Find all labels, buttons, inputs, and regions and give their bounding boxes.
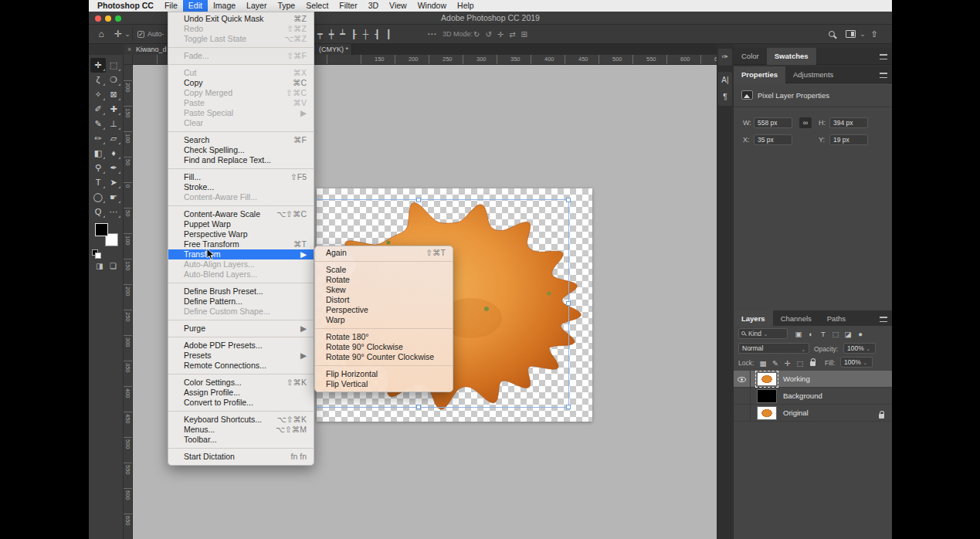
- menubar-item-filter[interactable]: Filter: [334, 0, 362, 12]
- align-left-edges-icon[interactable]: ┠: [351, 29, 363, 39]
- menubar-item-photoshop-cc[interactable]: Photoshop CC: [92, 0, 159, 12]
- panel-menu-icon[interactable]: [880, 73, 887, 78]
- transform-submenu-item-flip-horizontal[interactable]: Flip Horizontal: [315, 369, 453, 379]
- edit-menu-item-free-transform[interactable]: Free Transform⌘T: [168, 239, 314, 249]
- edit-menu-item-copy[interactable]: Copy⌘C: [168, 78, 314, 88]
- menubar-item-edit[interactable]: Edit: [183, 0, 208, 12]
- edit-menu-item-puppet-warp[interactable]: Puppet Warp: [168, 219, 314, 229]
- transform-handle-bottom-right[interactable]: [566, 405, 571, 409]
- filter-adjustment-layers-icon[interactable]: ◐: [805, 327, 817, 342]
- edit-menu-item-purge[interactable]: Purge▶: [168, 324, 314, 334]
- path-selection-tool[interactable]: ➤: [106, 175, 121, 190]
- panel-menu-icon[interactable]: [880, 317, 887, 322]
- quick-mask-icon[interactable]: ◨: [96, 262, 103, 270]
- align-top-edges-icon[interactable]: ┯: [317, 29, 329, 39]
- edit-menu-item-color-settings[interactable]: Color Settings...⇧⌘K: [168, 378, 314, 388]
- shape-tool[interactable]: ◯: [90, 190, 106, 205]
- history-brush-tool[interactable]: ✏: [90, 131, 106, 146]
- hand-tool[interactable]: ☛: [106, 190, 121, 205]
- auto-select-checkbox[interactable]: ✓: [137, 31, 144, 38]
- magic-wand-tool[interactable]: ✧: [90, 87, 106, 102]
- home-icon[interactable]: ⌂: [95, 25, 107, 44]
- edit-menu-item-redo[interactable]: Redo⇧⌘Z: [168, 24, 314, 34]
- menubar-item-3d[interactable]: 3D: [363, 0, 384, 12]
- search-icon[interactable]: [829, 31, 835, 37]
- edit-menu-item-define-brush-preset[interactable]: Define Brush Preset...: [168, 286, 314, 297]
- panel-tab-paths[interactable]: Paths: [819, 310, 853, 327]
- edit-menu-item-transform[interactable]: Transform▶: [168, 249, 314, 259]
- default-colors-icon[interactable]: [92, 249, 98, 256]
- edit-menu-item-convert-to-profile[interactable]: Convert to Profile...: [168, 398, 314, 408]
- edit-menu-item-perspective-warp[interactable]: Perspective Warp: [168, 229, 314, 239]
- filter-smart-objects-icon[interactable]: ◪: [842, 327, 854, 342]
- transform-handle-top-right[interactable]: [566, 198, 571, 202]
- edit-menu-item-find-and-replace-text[interactable]: Find and Replace Text...: [168, 155, 314, 165]
- panel-menu-icon[interactable]: [880, 54, 887, 59]
- edit-menu-item-adobe-pdf-presets[interactable]: Adobe PDF Presets...: [168, 341, 314, 351]
- opacity-dropdown[interactable]: 100% ⌄: [843, 343, 876, 354]
- workspace-switcher-icon[interactable]: [846, 30, 856, 38]
- type-tool[interactable]: T: [90, 175, 106, 190]
- panel-tab-adjustments[interactable]: Adjustments: [785, 66, 841, 83]
- edit-menu-item-paste-special[interactable]: Paste Special▶: [168, 108, 314, 118]
- transform-submenu-item-perspective[interactable]: Perspective: [315, 305, 453, 315]
- align-right-edges-icon[interactable]: ┨: [375, 29, 386, 39]
- menubar-item-type[interactable]: Type: [272, 0, 300, 12]
- height-field[interactable]: 394 px: [829, 117, 868, 128]
- layer-row-background[interactable]: Background: [734, 388, 892, 405]
- 3d-scale-icon[interactable]: ⊞: [521, 30, 533, 39]
- move-tool-icon[interactable]: ✛: [112, 25, 124, 44]
- filter-type-layers-icon[interactable]: T: [817, 327, 829, 342]
- filter-pixel-layers-icon[interactable]: ▣: [792, 327, 805, 342]
- lock-all-icon[interactable]: [810, 361, 816, 366]
- edit-menu-item-define-custom-shape[interactable]: Define Custom Shape...: [168, 307, 314, 317]
- edit-menu-item-fill[interactable]: Fill...⇧F5: [168, 172, 314, 182]
- edit-menu-item-paste[interactable]: Paste⌘V: [168, 98, 314, 108]
- tool-preset-chevron-icon[interactable]: ⌄: [124, 25, 131, 44]
- layer-row-original[interactable]: Original: [734, 405, 892, 422]
- blur-tool[interactable]: ♦: [106, 146, 121, 161]
- transform-handle-bottom-center[interactable]: [416, 405, 421, 409]
- menubar-item-window[interactable]: Window: [412, 0, 452, 12]
- panel-tab-layers[interactable]: Layers: [734, 310, 773, 327]
- lock-artboard-icon[interactable]: ⬚: [794, 356, 806, 371]
- transform-submenu-item-distort[interactable]: Distort: [315, 295, 453, 305]
- edit-menu-item-toolbar[interactable]: Toolbar...: [168, 435, 314, 445]
- menubar-item-file[interactable]: File: [159, 0, 183, 12]
- edit-menu-item-define-pattern[interactable]: Define Pattern...: [168, 297, 314, 307]
- brush-tool[interactable]: ✎: [90, 117, 106, 131]
- transform-submenu-item-rotate[interactable]: Rotate: [315, 275, 453, 285]
- edit-menu-item-search[interactable]: Search⌘F: [168, 135, 314, 145]
- pen-tool[interactable]: ✒: [106, 161, 121, 175]
- eraser-tool[interactable]: ▱: [106, 131, 121, 146]
- vertical-ruler[interactable]: 2001501005005010015020025030035040045050…: [124, 65, 133, 539]
- distribute-icon[interactable]: ┃: [386, 29, 398, 39]
- filter-toggle-icon[interactable]: ●: [854, 327, 866, 342]
- edit-menu-item-stroke[interactable]: Stroke...: [168, 182, 314, 192]
- align-horizontal-centers-icon[interactable]: ┼: [363, 29, 375, 39]
- healing-brush-tool[interactable]: ✚: [106, 102, 121, 117]
- edit-menu-item-assign-profile[interactable]: Assign Profile...: [168, 388, 314, 398]
- clone-stamp-tool[interactable]: ⊥: [106, 117, 121, 131]
- layer-row-working[interactable]: Working: [734, 371, 892, 388]
- edit-toolbar-button[interactable]: ⋯: [106, 205, 121, 219]
- edit-menu-item-toggle-last-state[interactable]: Toggle Last State⌥⌘Z: [168, 34, 314, 44]
- link-dimensions-icon[interactable]: ∞: [799, 117, 812, 128]
- menubar-item-layer[interactable]: Layer: [241, 0, 272, 12]
- paragraph-panel-icon[interactable]: ¶: [723, 89, 727, 106]
- panel-tab-channels[interactable]: Channels: [773, 310, 819, 327]
- layer-visibility-toggle[interactable]: [734, 405, 751, 422]
- transform-handle-top-center[interactable]: [416, 198, 421, 202]
- menubar-item-view[interactable]: View: [384, 0, 412, 12]
- transform-submenu-item-rotate-180[interactable]: Rotate 180°: [315, 332, 453, 342]
- 3d-slide-icon[interactable]: ⇄: [509, 30, 521, 39]
- menubar-item-select[interactable]: Select: [300, 0, 334, 12]
- y-field[interactable]: 19 px: [829, 134, 868, 145]
- edit-menu-item-start-dictation[interactable]: Start Dictationfn fn: [168, 452, 314, 462]
- lock-position-icon[interactable]: ✛: [782, 356, 794, 371]
- edit-menu-item-undo-exit-quick-mask[interactable]: Undo Exit Quick Mask⌘Z: [168, 14, 314, 24]
- transform-handle-middle-right[interactable]: [566, 301, 571, 306]
- filter-shape-layers-icon[interactable]: ⬚: [829, 327, 842, 342]
- edit-menu-item-content-aware-fill[interactable]: Content-Aware Fill...: [168, 192, 314, 202]
- screen-mode-icon[interactable]: ❏: [110, 262, 117, 270]
